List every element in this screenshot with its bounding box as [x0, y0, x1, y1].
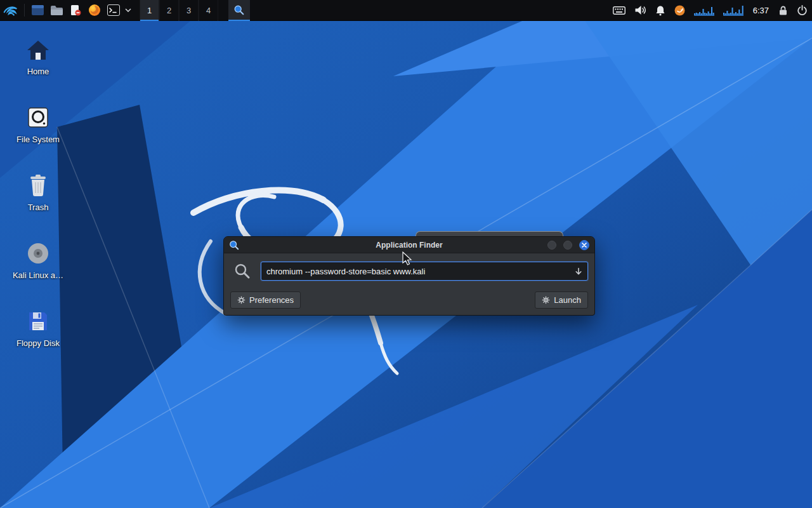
power-icon	[797, 5, 808, 16]
terminal-dropdown-button[interactable]	[123, 0, 133, 21]
desktop-icon-kali-disc[interactable]: Kali Linux a…	[8, 239, 69, 280]
app-finder-window-icon	[229, 240, 239, 250]
launcher-firefox[interactable]	[85, 0, 104, 21]
document-icon	[70, 4, 81, 16]
taskbar-application-finder[interactable]	[228, 0, 250, 21]
optical-disc-icon	[8, 239, 69, 265]
keyboard-icon	[613, 6, 625, 15]
preferences-label: Preferences	[249, 295, 294, 305]
floppy-disk-icon	[8, 307, 69, 333]
run-gear-icon	[542, 296, 550, 304]
desktop-icon-trash[interactable]: Trash	[8, 171, 69, 212]
launch-label: Launch	[554, 295, 581, 305]
bell-icon	[655, 5, 665, 16]
arrow-down-icon	[575, 267, 582, 276]
desktop-icon-label: Home	[8, 67, 69, 76]
system-monitor-graph-2[interactable]	[719, 0, 748, 21]
app-finder-task-icon	[233, 4, 245, 16]
desktop-icon-label: Kali Linux a…	[8, 271, 69, 280]
system-monitor-graph-1[interactable]	[690, 0, 719, 21]
launcher-file-manager[interactable]	[47, 0, 66, 21]
desktop-icon-label: Trash	[8, 203, 69, 212]
clock[interactable]: 6:37	[748, 0, 774, 21]
cpu-graph-icon	[694, 4, 714, 16]
command-entry	[261, 262, 588, 281]
close-icon	[582, 243, 587, 248]
logout-button[interactable]	[792, 0, 812, 21]
terminal-icon	[107, 4, 120, 16]
lock-screen-button[interactable]	[774, 0, 792, 21]
desktop: 1 2 3 4	[0, 0, 812, 508]
workspace-switcher: 1 2 3 4	[140, 0, 218, 21]
workspace-2[interactable]: 2	[159, 0, 179, 21]
keyboard-tray-icon[interactable]	[608, 0, 630, 21]
search-row	[224, 253, 594, 289]
network-graph-icon	[723, 4, 743, 16]
maximize-button[interactable]	[563, 241, 572, 250]
orange-status-icon	[674, 5, 685, 16]
preferences-button[interactable]: Preferences	[230, 291, 301, 309]
titlebar[interactable]: Application Finder	[224, 237, 594, 253]
lock-icon	[778, 5, 788, 16]
panel-separator	[24, 4, 25, 17]
top-panel: 1 2 3 4	[0, 0, 812, 21]
gear-icon	[237, 296, 246, 304]
desktop-icon-label: Floppy Disk	[8, 338, 69, 348]
history-dropdown-button[interactable]	[570, 262, 587, 280]
folder-icon	[50, 5, 63, 15]
workspace-3[interactable]: 3	[179, 0, 199, 21]
desktop-icon-label: File System	[8, 135, 69, 144]
desktop-icon-file-system[interactable]: File System	[8, 104, 69, 144]
chevron-down-icon	[125, 8, 131, 12]
home-icon	[8, 36, 69, 61]
hard-drive-icon	[8, 104, 69, 129]
desktop-icon-home[interactable]: Home	[8, 36, 69, 76]
workspace-4[interactable]: 4	[199, 0, 218, 21]
close-button[interactable]	[579, 240, 589, 250]
firefox-icon	[88, 4, 101, 17]
workspace-1[interactable]: 1	[140, 0, 159, 21]
window-title: Application Finder	[224, 241, 594, 250]
launch-button[interactable]: Launch	[535, 291, 588, 309]
launcher-text-editor[interactable]	[66, 0, 85, 21]
application-finder-window: Application Finder	[223, 236, 595, 316]
desktop-icon-floppy[interactable]: Floppy Disk	[8, 307, 69, 348]
volume-icon	[634, 5, 646, 15]
volume-tray-icon[interactable]	[630, 0, 651, 21]
status-tray-icon[interactable]	[670, 0, 690, 21]
window-controls	[540, 240, 589, 250]
search-icon	[234, 263, 251, 279]
kali-menu-button[interactable]	[0, 0, 21, 21]
launcher-terminal[interactable]	[104, 0, 123, 21]
notifications-tray-icon[interactable]	[651, 0, 670, 21]
trash-icon	[8, 171, 69, 197]
window-icon	[32, 5, 44, 15]
launcher-window-manager[interactable]	[28, 0, 47, 21]
kali-logo-icon	[3, 3, 18, 18]
minimize-button[interactable]	[547, 241, 556, 250]
search-input[interactable]	[261, 262, 570, 280]
dialog-actions: Preferences Launch	[224, 291, 594, 309]
